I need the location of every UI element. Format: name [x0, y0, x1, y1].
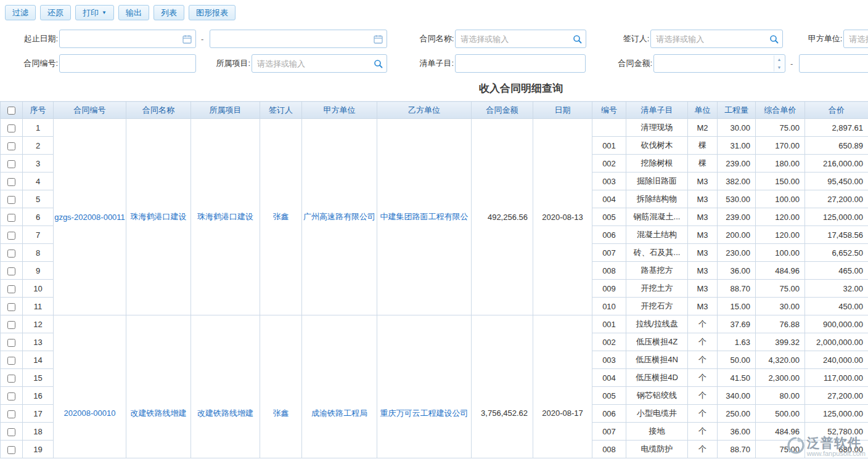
row-select-cell: [1, 208, 23, 226]
end-date-input[interactable]: [210, 30, 387, 47]
col-header-contract-name[interactable]: 合同名称: [126, 102, 191, 119]
filter-button[interactable]: 过滤: [5, 5, 36, 20]
row-select-cell: [1, 441, 23, 458]
col-header-total[interactable]: 合价: [805, 102, 868, 119]
amount-spinner[interactable]: ▲ ▼: [774, 55, 784, 71]
col-header-contract-no[interactable]: 合同编号: [54, 102, 126, 119]
amount-max-input[interactable]: [800, 55, 868, 72]
item-name-cell: 开挖土方: [626, 280, 688, 298]
col-header-party-a[interactable]: 甲方单位: [302, 102, 377, 119]
start-date-input[interactable]: [60, 30, 195, 47]
item-name-cell: 电缆防护: [626, 441, 688, 458]
row-checkbox[interactable]: [7, 124, 15, 132]
select-all-checkbox[interactable]: [7, 107, 15, 115]
row-checkbox[interactable]: [7, 357, 15, 365]
party-b-link[interactable]: 重庆万可云工程建设公司: [380, 408, 469, 418]
spinner-up-icon[interactable]: ▲: [774, 55, 784, 63]
contract-no-link[interactable]: 202008-00010: [64, 408, 116, 418]
row-checkbox[interactable]: [7, 321, 15, 329]
total-cell: 125,000.00: [805, 208, 868, 226]
col-header-party-b[interactable]: 乙方单位: [377, 102, 472, 119]
col-header-unit[interactable]: 单位: [688, 102, 718, 119]
total-cell: 465.00: [805, 262, 868, 280]
row-checkbox[interactable]: [7, 267, 15, 275]
party-a-link[interactable]: 广州高速路有限公司: [303, 212, 375, 221]
item-code-cell: 006: [592, 405, 626, 423]
row-checkbox[interactable]: [7, 375, 15, 383]
party-a-cell: 成渝铁路工程局: [302, 315, 377, 458]
spinner-down-icon[interactable]: ▼: [774, 63, 784, 71]
row-checkbox[interactable]: [7, 303, 15, 311]
project-link[interactable]: 珠海鹤港口建设: [197, 212, 253, 221]
export-button[interactable]: 输出: [118, 5, 149, 20]
row-checkbox[interactable]: [7, 196, 15, 204]
col-header-unit-price[interactable]: 综合单价: [756, 102, 805, 119]
contract-name-input[interactable]: [456, 30, 586, 47]
row-checkbox[interactable]: [7, 392, 15, 400]
contract-name-link[interactable]: 珠海鹤港口建设: [131, 212, 187, 221]
unit-cell: 棵: [688, 137, 718, 155]
total-cell: 450.00: [805, 298, 868, 315]
item-code-cell: 010: [592, 298, 626, 315]
party-a-link[interactable]: 成渝铁路工程局: [311, 408, 367, 418]
row-select-cell: [1, 369, 23, 387]
chart-report-button[interactable]: 图形报表: [189, 5, 235, 20]
unit-cell: 个: [688, 387, 718, 405]
row-select-cell: [1, 155, 23, 173]
row-checkbox[interactable]: [7, 250, 15, 258]
date-cell: 2020-08-13: [533, 119, 592, 315]
row-select-cell: [1, 405, 23, 423]
seq-cell: 15: [23, 369, 54, 387]
signer-link[interactable]: 张鑫: [273, 408, 289, 418]
col-header-amount[interactable]: 合同金额: [472, 102, 533, 119]
restore-button[interactable]: 还原: [40, 5, 71, 20]
unit-price-cell: 2,300.00: [756, 369, 805, 387]
row-checkbox[interactable]: [7, 232, 15, 240]
list-item-input[interactable]: [456, 55, 585, 72]
row-checkbox[interactable]: [7, 446, 15, 454]
end-date-box: [210, 30, 387, 48]
row-checkbox[interactable]: [7, 428, 15, 436]
amount-min-input[interactable]: [654, 55, 785, 72]
row-checkbox[interactable]: [7, 285, 15, 293]
table-row: 1gzgs-202008-00011珠海鹤港口建设珠海鹤港口建设张鑫广州高速路有…: [1, 119, 868, 137]
item-code-cell: 002: [592, 155, 626, 173]
contract-no-link[interactable]: gzgs-202008-00011: [54, 213, 125, 222]
party-a-input[interactable]: [844, 30, 868, 47]
unit-cell: M3: [688, 280, 718, 298]
list-button[interactable]: 列表: [154, 5, 184, 20]
print-button[interactable]: 打印 ▼: [75, 5, 114, 20]
row-checkbox[interactable]: [7, 214, 15, 222]
col-header-item-code[interactable]: 编号: [592, 102, 626, 119]
col-header-date[interactable]: 日期: [533, 102, 592, 119]
project-cell: 改建铁路线增建: [191, 315, 260, 458]
item-code-cell: 006: [592, 226, 626, 244]
row-checkbox[interactable]: [7, 142, 15, 150]
project-input[interactable]: [252, 55, 387, 72]
signer-link[interactable]: 张鑫: [273, 212, 289, 221]
col-header-quantity[interactable]: 工程量: [718, 102, 756, 119]
print-button-label: 打印: [83, 7, 99, 18]
col-header-item-name[interactable]: 清单子目: [626, 102, 688, 119]
contract-no-input[interactable]: [60, 55, 195, 72]
row-checkbox[interactable]: [7, 410, 15, 418]
signer-input[interactable]: [651, 30, 782, 47]
party-b-link[interactable]: 中建集团路面工程有限公: [380, 212, 469, 221]
col-header-seq[interactable]: 序号: [23, 102, 54, 119]
total-cell: 125,000.00: [805, 405, 868, 423]
item-code-cell: 008: [592, 441, 626, 458]
item-code-cell: 008: [592, 262, 626, 280]
row-checkbox[interactable]: [7, 178, 15, 186]
col-header-project[interactable]: 所属项目: [191, 102, 260, 119]
item-name-cell: 拉线/拉线盘: [626, 315, 688, 333]
item-code-cell: 002: [592, 333, 626, 351]
unit-cell: M3: [688, 190, 718, 208]
row-checkbox[interactable]: [7, 339, 15, 347]
col-header-signer[interactable]: 签订人: [260, 102, 302, 119]
row-checkbox[interactable]: [7, 160, 15, 168]
filter-row-1: 起止日期: - 合同名称: 签订人: 甲方单位:: [0, 30, 868, 48]
quantity-cell: 250.00: [718, 405, 756, 423]
contract-name-link[interactable]: 改建铁路线增建: [131, 408, 187, 418]
item-name-cell: 清理现场: [626, 119, 688, 137]
project-link[interactable]: 改建铁路线增建: [197, 408, 253, 418]
